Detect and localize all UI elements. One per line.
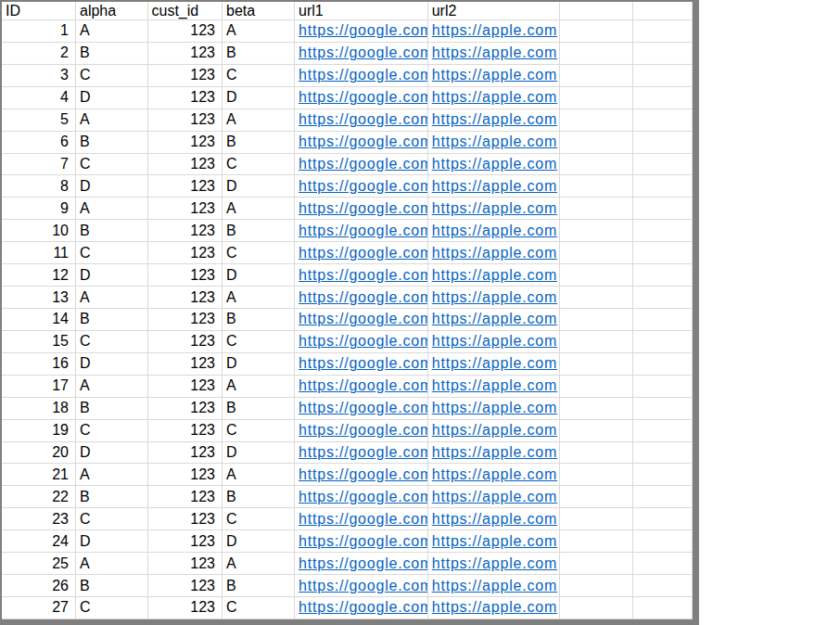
cell-id[interactable]: 27 xyxy=(2,597,76,619)
url2-link[interactable]: https://apple.com xyxy=(432,377,557,394)
url1-link[interactable]: https://google.com xyxy=(299,267,428,284)
url2-link[interactable]: https://apple.com xyxy=(432,245,557,261)
cell-id[interactable]: 9 xyxy=(2,198,76,220)
url1-link[interactable]: https://google.com xyxy=(299,444,428,461)
cell-alpha[interactable]: B xyxy=(76,309,148,331)
cell-alpha[interactable]: B xyxy=(76,132,148,154)
cell-alpha[interactable]: A xyxy=(76,376,148,398)
url1-link[interactable]: https://google.com xyxy=(299,578,428,594)
cell-url1[interactable]: https://google.com xyxy=(295,65,428,87)
cell-beta[interactable]: C xyxy=(223,154,295,176)
cell-url1[interactable]: https://google.com xyxy=(295,132,428,154)
cell-cust-id[interactable]: 123 xyxy=(148,575,223,597)
cell-url2[interactable]: https://apple.com xyxy=(428,287,560,309)
cell-url1[interactable]: https://google.com xyxy=(295,43,428,65)
cell-url1[interactable]: https://google.com xyxy=(295,553,428,575)
cell-alpha[interactable]: A xyxy=(76,109,148,132)
cell-url2[interactable]: https://apple.com xyxy=(428,20,560,43)
url2-link[interactable]: https://apple.com xyxy=(432,89,557,106)
cell-alpha[interactable]: A xyxy=(76,198,148,220)
cell-empty-2[interactable] xyxy=(633,398,693,420)
cell-id[interactable]: 24 xyxy=(2,530,76,553)
cell-alpha[interactable]: A xyxy=(76,553,148,575)
cell-url2[interactable]: https://apple.com xyxy=(428,87,560,109)
url1-link[interactable]: https://google.com xyxy=(299,377,428,394)
cell-beta[interactable]: A xyxy=(223,198,295,220)
cell-alpha[interactable]: D xyxy=(76,87,148,109)
url2-link[interactable]: https://apple.com xyxy=(432,45,557,61)
cell-cust-id[interactable]: 123 xyxy=(148,242,223,264)
cell-beta[interactable]: D xyxy=(223,175,295,198)
cell-url1[interactable]: https://google.com xyxy=(295,109,428,132)
cell-empty-2[interactable] xyxy=(633,508,693,530)
cell-empty-2[interactable] xyxy=(633,198,693,220)
cell-empty-2[interactable] xyxy=(633,353,693,376)
cell-url2[interactable]: https://apple.com xyxy=(428,464,560,486)
url1-link[interactable]: https://google.com xyxy=(299,223,428,239)
url2-link[interactable]: https://apple.com xyxy=(432,267,557,284)
cell-cust-id[interactable]: 123 xyxy=(148,597,223,619)
cell-cust-id[interactable]: 123 xyxy=(148,132,223,154)
cell-url2[interactable]: https://apple.com xyxy=(428,486,560,508)
url1-link[interactable]: https://google.com xyxy=(299,422,428,439)
url2-link[interactable]: https://apple.com xyxy=(432,156,557,172)
cell-alpha[interactable]: A xyxy=(76,20,148,43)
cell-cust-id[interactable]: 123 xyxy=(148,264,223,287)
cell-url1[interactable]: https://google.com xyxy=(295,508,428,530)
cell-beta[interactable]: D xyxy=(223,87,295,109)
cell-url1[interactable]: https://google.com xyxy=(295,331,428,353)
url2-link[interactable]: https://apple.com xyxy=(432,599,557,616)
cell-alpha[interactable]: B xyxy=(76,398,148,420)
cell-empty-1[interactable] xyxy=(560,597,633,619)
cell-empty-2[interactable] xyxy=(633,264,693,287)
cell-empty-2[interactable] xyxy=(633,175,693,198)
url1-link[interactable]: https://google.com xyxy=(299,111,428,128)
cell-url1[interactable]: https://google.com xyxy=(295,353,428,376)
cell-empty-2[interactable] xyxy=(633,287,693,309)
cell-empty-2[interactable] xyxy=(633,43,693,65)
cell-url2[interactable]: https://apple.com xyxy=(428,420,560,442)
url2-link[interactable]: https://apple.com xyxy=(432,578,557,594)
cell-empty-1[interactable] xyxy=(560,420,633,442)
cell-cust-id[interactable]: 123 xyxy=(148,154,223,176)
cell-cust-id[interactable]: 123 xyxy=(148,309,223,331)
cell-id[interactable]: 2 xyxy=(2,43,76,65)
header-cell-url1[interactable]: url1 xyxy=(295,2,428,20)
cell-beta[interactable]: D xyxy=(223,353,295,376)
cell-empty-1[interactable] xyxy=(560,220,633,242)
url2-link[interactable]: https://apple.com xyxy=(432,422,557,439)
cell-beta[interactable]: B xyxy=(223,309,295,331)
url2-link[interactable]: https://apple.com xyxy=(432,311,557,327)
cell-empty-2[interactable] xyxy=(633,553,693,575)
cell-empty-2[interactable] xyxy=(633,530,693,553)
url2-link[interactable]: https://apple.com xyxy=(432,200,557,217)
cell-url1[interactable]: https://google.com xyxy=(295,376,428,398)
cell-beta[interactable]: C xyxy=(223,508,295,530)
cell-empty-1[interactable] xyxy=(560,287,633,309)
cell-cust-id[interactable]: 123 xyxy=(148,198,223,220)
cell-cust-id[interactable]: 123 xyxy=(148,376,223,398)
cell-beta[interactable]: A xyxy=(223,553,295,575)
url1-link[interactable]: https://google.com xyxy=(299,400,428,416)
cell-url2[interactable]: https://apple.com xyxy=(428,109,560,132)
cell-url2[interactable]: https://apple.com xyxy=(428,154,560,176)
cell-url1[interactable]: https://google.com xyxy=(295,309,428,331)
cell-beta[interactable]: B xyxy=(223,43,295,65)
url2-link[interactable]: https://apple.com xyxy=(432,355,557,372)
cell-alpha[interactable]: D xyxy=(76,353,148,376)
cell-beta[interactable]: A xyxy=(223,464,295,486)
cell-beta[interactable]: B xyxy=(223,132,295,154)
cell-empty-1[interactable] xyxy=(560,20,633,43)
cell-empty-2[interactable] xyxy=(633,486,693,508)
cell-cust-id[interactable]: 123 xyxy=(148,420,223,442)
cell-alpha[interactable]: B xyxy=(76,43,148,65)
cell-empty-2[interactable] xyxy=(633,420,693,442)
header-cell-cust-id[interactable]: cust_id xyxy=(148,2,223,20)
url1-link[interactable]: https://google.com xyxy=(299,89,428,106)
cell-cust-id[interactable]: 123 xyxy=(148,220,223,242)
cell-url2[interactable]: https://apple.com xyxy=(428,575,560,597)
cell-id[interactable]: 20 xyxy=(2,442,76,465)
cell-url1[interactable]: https://google.com xyxy=(295,175,428,198)
cell-url2[interactable]: https://apple.com xyxy=(428,175,560,198)
cell-url1[interactable]: https://google.com xyxy=(295,264,428,287)
